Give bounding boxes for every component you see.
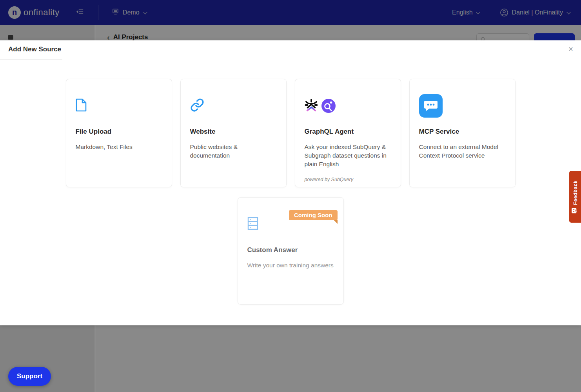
subquery-icon [305,98,318,113]
source-card-mcp-service[interactable]: MCP Service Connect to an external Model… [409,79,516,187]
file-icon [76,98,87,113]
card-description: Connect to an external Model Context Pro… [419,143,506,160]
source-card-custom-answer: Coming Soon Custom Answer Write your own… [238,197,344,305]
card-title: File Upload [76,128,162,136]
feedback-smiley-icon [572,207,579,213]
feedback-tab[interactable]: Feedback [569,171,581,223]
card-description: Ask your indexed SubQuery & Subgraph dat… [305,143,391,169]
card-description: Write your own training answers [247,261,334,270]
powered-by-label: powered by SubQuery [305,177,353,182]
close-icon[interactable]: ✕ [566,45,575,54]
card-title: Custom Answer [247,246,334,254]
add-new-source-modal: Add New Source ✕ File Upload Markdown, T… [0,40,581,325]
coming-soon-badge: Coming Soon [289,210,338,220]
modal-header-underline [0,59,62,60]
card-description: Markdown, Text Files [76,143,162,151]
card-title: Website [190,128,277,136]
link-icon [190,98,204,114]
support-button[interactable]: Support [8,367,51,386]
message-icon [419,94,443,118]
modal-title: Add New Source [8,45,61,53]
source-card-graphql-agent[interactable]: GraphQL Agent Ask your indexed SubQuery … [295,79,401,187]
source-card-website[interactable]: Website Public websites & documentation [180,79,287,187]
source-card-file-upload[interactable]: File Upload Markdown, Text Files [66,79,172,187]
feedback-label: Feedback [572,180,578,205]
source-cards-row-1: File Upload Markdown, Text Files Website… [0,79,581,187]
source-cards-row-2: Coming Soon Custom Answer Write your own… [0,197,581,305]
card-description: Public websites & documentation [190,143,277,160]
thegraph-icon [321,99,336,113]
modal-header: Add New Source ✕ [0,40,581,60]
card-title: MCP Service [419,128,506,136]
list-icon [247,217,258,232]
card-title: GraphQL Agent [305,128,391,136]
